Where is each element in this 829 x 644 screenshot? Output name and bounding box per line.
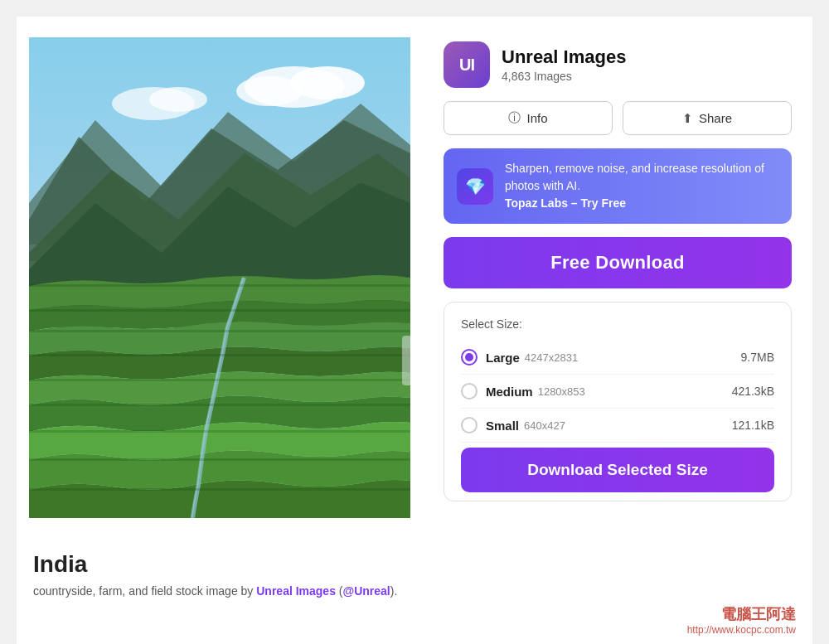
radio-medium[interactable] — [461, 383, 478, 399]
watermark-url: http://www.kocpc.com.tw — [687, 624, 796, 636]
radio-large[interactable] — [461, 349, 478, 366]
svg-point-3 — [236, 76, 303, 106]
image-title: India — [33, 551, 406, 578]
size-file-small: 121.1kB — [732, 419, 774, 432]
svg-rect-15 — [29, 404, 410, 406]
info-label: Info — [526, 111, 547, 125]
image-panel: India countryside, farm, and field stock… — [17, 17, 423, 644]
topaz-cta: Topaz Labs – Try Free — [505, 196, 626, 210]
brand-header: UI Unreal Images 4,863 Images — [444, 33, 792, 88]
size-name-small: Small — [486, 419, 519, 433]
credit-handle[interactable]: @Unreal — [343, 584, 390, 598]
watermark: 電腦王阿達 http://www.kocpc.com.tw — [687, 604, 796, 636]
size-selector: Select Size: Large 4247x2831 9.7MB Mediu… — [444, 302, 792, 501]
topaz-banner[interactable]: 💎 Sharpen, remove noise, and increase re… — [444, 148, 792, 224]
brand-logo: UI — [444, 41, 490, 88]
page-container: India countryside, farm, and field stock… — [17, 17, 812, 644]
brand-count: 4,863 Images — [502, 70, 626, 83]
topaz-text: Sharpen, remove noise, and increase reso… — [505, 160, 778, 212]
radio-small[interactable] — [461, 417, 478, 433]
brand-info: Unreal Images 4,863 Images — [502, 46, 626, 83]
svg-point-5 — [149, 87, 207, 112]
svg-rect-13 — [29, 354, 410, 356]
share-icon: ⬆ — [682, 111, 693, 126]
right-panel: UI Unreal Images 4,863 Images ⓘ Info ⬆ S… — [423, 17, 812, 644]
share-label: Share — [699, 111, 732, 125]
download-selected-button[interactable]: Download Selected Size — [461, 448, 774, 492]
image-caption: India countryside, farm, and field stock… — [17, 539, 423, 598]
info-button[interactable]: ⓘ Info — [444, 101, 613, 135]
svg-rect-14 — [29, 379, 410, 381]
size-file-medium: 421.3kB — [732, 385, 774, 398]
svg-rect-16 — [29, 430, 410, 433]
svg-rect-10 — [29, 284, 410, 287]
size-name-large: Large — [486, 351, 520, 365]
topaz-description: Sharpen, remove noise, and increase reso… — [505, 162, 764, 192]
size-dims-large: 4247x2831 — [525, 351, 578, 364]
size-select-label: Select Size: — [461, 317, 774, 331]
radio-large-fill — [465, 353, 473, 361]
size-dims-small: 640x427 — [524, 419, 565, 432]
svg-rect-12 — [29, 330, 410, 332]
size-option-medium[interactable]: Medium 1280x853 421.3kB — [461, 375, 774, 409]
size-name-medium: Medium — [486, 385, 533, 399]
size-file-large: 9.7MB — [741, 351, 774, 364]
action-buttons: ⓘ Info ⬆ Share — [444, 101, 792, 135]
svg-rect-11 — [29, 309, 410, 312]
image-credit: countryside, farm, and field stock image… — [33, 584, 406, 598]
credit-link[interactable]: Unreal Images — [256, 584, 336, 598]
size-dims-medium: 1280x853 — [538, 385, 585, 398]
free-download-button[interactable]: Free Download — [444, 237, 792, 288]
topaz-icon: 💎 — [457, 168, 493, 205]
credit-text: countryside, farm, and field stock image… — [33, 584, 253, 598]
svg-rect-19 — [402, 336, 410, 385]
watermark-brand: 電腦王阿達 — [687, 604, 796, 624]
svg-rect-17 — [29, 458, 410, 461]
svg-rect-18 — [29, 488, 410, 491]
size-option-small[interactable]: Small 640x427 121.1kB — [461, 409, 774, 443]
size-option-large[interactable]: Large 4247x2831 9.7MB — [461, 341, 774, 375]
share-button[interactable]: ⬆ Share — [623, 101, 792, 135]
info-icon: ⓘ — [508, 110, 521, 126]
hero-image — [29, 29, 410, 526]
brand-name: Unreal Images — [502, 46, 626, 68]
